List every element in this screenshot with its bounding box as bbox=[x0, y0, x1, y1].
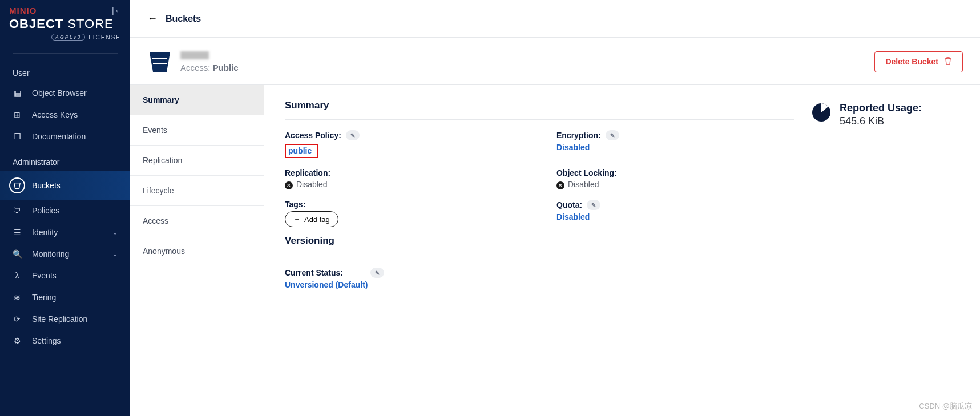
nav-label: Monitoring bbox=[32, 249, 69, 259]
object-locking-value: ✕Disabled bbox=[556, 180, 794, 189]
browser-icon: ▦ bbox=[13, 88, 22, 98]
page-title: Buckets bbox=[166, 14, 201, 24]
nav-label: Buckets bbox=[32, 181, 61, 190]
edit-versioning-icon[interactable]: ✎ bbox=[370, 268, 384, 278]
tab-summary[interactable]: Summary bbox=[130, 85, 264, 115]
divider bbox=[13, 53, 118, 54]
replication-label: Replication: bbox=[285, 168, 522, 177]
tiering-icon: ≋ bbox=[13, 293, 22, 302]
field-versioning-status: Current Status: ✎ Unversioned (Default) bbox=[285, 268, 794, 289]
tab-anonymous[interactable]: Anonymous bbox=[130, 236, 264, 266]
tab-lifecycle[interactable]: Lifecycle bbox=[130, 176, 264, 206]
field-replication: Replication: ✕Disabled bbox=[285, 168, 522, 189]
tab-replication[interactable]: Replication bbox=[130, 146, 264, 176]
usage-text: Reported Usage: 545.6 KiB bbox=[840, 102, 922, 127]
nav-label: Settings bbox=[32, 336, 61, 345]
sidebar-item-buckets[interactable]: Buckets bbox=[0, 171, 130, 200]
versioning-status-value[interactable]: Unversioned (Default) bbox=[285, 280, 794, 289]
sidebar-item-identity[interactable]: ☰ Identity ⌄ bbox=[0, 221, 130, 243]
logo-main: OBJECT STORE bbox=[9, 17, 121, 31]
logo-brand: MINIO bbox=[9, 6, 121, 15]
quota-value[interactable]: Disabled bbox=[556, 212, 794, 221]
encryption-label: Encryption: ✎ bbox=[556, 130, 794, 140]
field-access-policy: Access Policy: ✎ public bbox=[285, 130, 522, 158]
doc-icon: ❐ bbox=[13, 132, 22, 141]
summary-fields: Access Policy: ✎ public Encryption: ✎ Di… bbox=[285, 130, 794, 227]
nav-label: Documentation bbox=[32, 132, 86, 141]
edit-quota-icon[interactable]: ✎ bbox=[587, 200, 600, 210]
nav-section-admin: Administrator bbox=[0, 147, 130, 171]
license-badge: AGPLv3 bbox=[51, 34, 86, 41]
usage-value: 545.6 KiB bbox=[840, 115, 922, 127]
sidebar-item-events[interactable]: λ Events bbox=[0, 265, 130, 286]
sidebar-item-site-replication[interactable]: ⟳ Site Replication bbox=[0, 308, 130, 330]
details-panel: Summary Access Policy: ✎ public bbox=[264, 85, 980, 416]
keys-icon: ⊞ bbox=[13, 110, 22, 119]
sidebar: |← MINIO OBJECT STORE AGPLv3 LICENSE Use… bbox=[0, 0, 130, 416]
versioning-status-label: Current Status: ✎ bbox=[285, 268, 794, 278]
nav-label: Tiering bbox=[32, 293, 56, 302]
edit-encryption-icon[interactable]: ✎ bbox=[606, 130, 619, 140]
tags-label: Tags: bbox=[285, 200, 522, 209]
nav-label: Access Keys bbox=[32, 110, 78, 119]
section-title-summary: Summary bbox=[285, 100, 794, 120]
field-tags: Tags: ＋ Add tag bbox=[285, 200, 522, 227]
tab-events[interactable]: Events bbox=[130, 115, 264, 146]
trash-icon bbox=[944, 57, 952, 67]
shield-icon: 🛡 bbox=[13, 206, 22, 215]
pie-chart-icon bbox=[811, 102, 832, 123]
sidebar-item-object-browser[interactable]: ▦ Object Browser bbox=[0, 82, 130, 104]
nav-label: Events bbox=[32, 271, 57, 280]
bucket-large-icon bbox=[147, 50, 172, 73]
divider bbox=[285, 257, 794, 257]
plus-icon: ＋ bbox=[293, 214, 301, 224]
field-object-locking: Object Locking: ✕Disabled bbox=[556, 168, 794, 189]
logo-license: AGPLv3 LICENSE bbox=[9, 34, 121, 41]
access-policy-value: public bbox=[285, 143, 522, 158]
monitoring-icon: 🔍 bbox=[13, 249, 22, 259]
collapse-sidebar-icon[interactable]: |← bbox=[112, 6, 123, 16]
bucket-access-line: Access: Public bbox=[180, 63, 874, 72]
nav-label: Site Replication bbox=[32, 314, 87, 324]
bucket-side-tabs: Summary Events Replication Lifecycle Acc… bbox=[130, 85, 264, 416]
sidebar-item-policies[interactable]: 🛡 Policies bbox=[0, 200, 130, 221]
bucket-name-redacted bbox=[180, 51, 209, 59]
tab-access[interactable]: Access bbox=[130, 206, 264, 236]
nav-section-user: User bbox=[0, 58, 130, 82]
usage-panel: Reported Usage: 545.6 KiB bbox=[811, 100, 959, 401]
sidebar-logo-area: |← MINIO OBJECT STORE AGPLv3 LICENSE bbox=[0, 6, 130, 45]
back-arrow-icon[interactable]: ← bbox=[147, 13, 158, 25]
nav-label: Object Browser bbox=[32, 88, 87, 98]
edit-access-policy-icon[interactable]: ✎ bbox=[346, 130, 360, 140]
encryption-value[interactable]: Disabled bbox=[556, 143, 794, 152]
content-row: Summary Events Replication Lifecycle Acc… bbox=[130, 85, 980, 416]
page-header: ← Buckets bbox=[130, 0, 980, 38]
field-quota: Quota: ✎ Disabled bbox=[556, 200, 794, 227]
add-tag-button[interactable]: ＋ Add tag bbox=[285, 211, 338, 227]
bucket-icon bbox=[9, 177, 25, 193]
replication-icon: ⟳ bbox=[13, 314, 22, 324]
sidebar-item-monitoring[interactable]: 🔍 Monitoring ⌄ bbox=[0, 243, 130, 265]
quota-label: Quota: ✎ bbox=[556, 200, 794, 210]
section-title-versioning: Versioning bbox=[285, 235, 794, 247]
main-area: ← Buckets Access: Public Delete Bucket S… bbox=[130, 0, 980, 416]
nav-label: Identity bbox=[32, 228, 58, 237]
delete-label: Delete Bucket bbox=[885, 57, 938, 66]
disabled-icon: ✕ bbox=[556, 181, 564, 189]
delete-bucket-button[interactable]: Delete Bucket bbox=[874, 51, 963, 72]
field-encryption: Encryption: ✎ Disabled bbox=[556, 130, 794, 158]
sidebar-item-settings[interactable]: ⚙ Settings bbox=[0, 330, 130, 352]
sidebar-item-access-keys[interactable]: ⊞ Access Keys bbox=[0, 104, 130, 126]
sidebar-item-documentation[interactable]: ❐ Documentation bbox=[0, 126, 130, 147]
object-locking-label: Object Locking: bbox=[556, 168, 794, 177]
chevron-down-icon: ⌄ bbox=[112, 229, 118, 236]
gear-icon: ⚙ bbox=[13, 336, 22, 345]
bucket-header: Access: Public Delete Bucket bbox=[130, 38, 980, 85]
details-left: Summary Access Policy: ✎ public bbox=[285, 100, 794, 401]
sidebar-item-tiering[interactable]: ≋ Tiering bbox=[0, 286, 130, 308]
replication-value: ✕Disabled bbox=[285, 180, 522, 189]
access-policy-label: Access Policy: ✎ bbox=[285, 130, 522, 140]
identity-icon: ☰ bbox=[13, 228, 22, 237]
add-tag-label: Add tag bbox=[304, 215, 330, 224]
bucket-name-area: Access: Public bbox=[180, 51, 874, 72]
